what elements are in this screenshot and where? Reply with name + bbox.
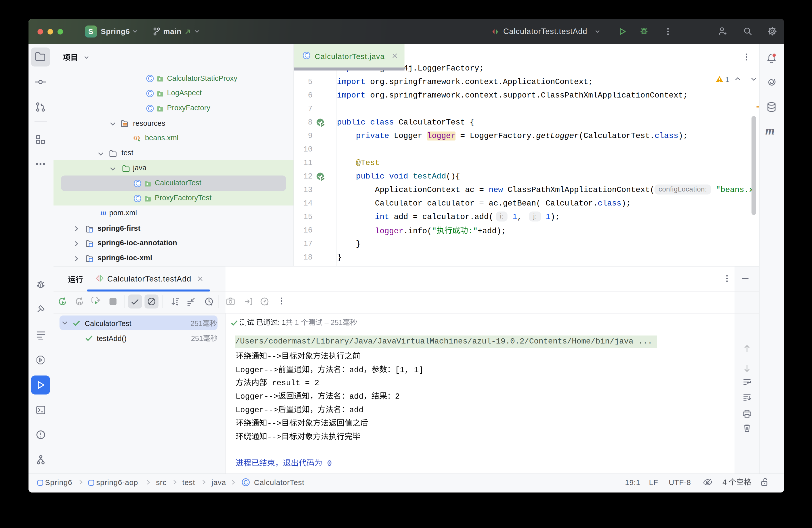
svg-text:C: C: [244, 479, 248, 485]
